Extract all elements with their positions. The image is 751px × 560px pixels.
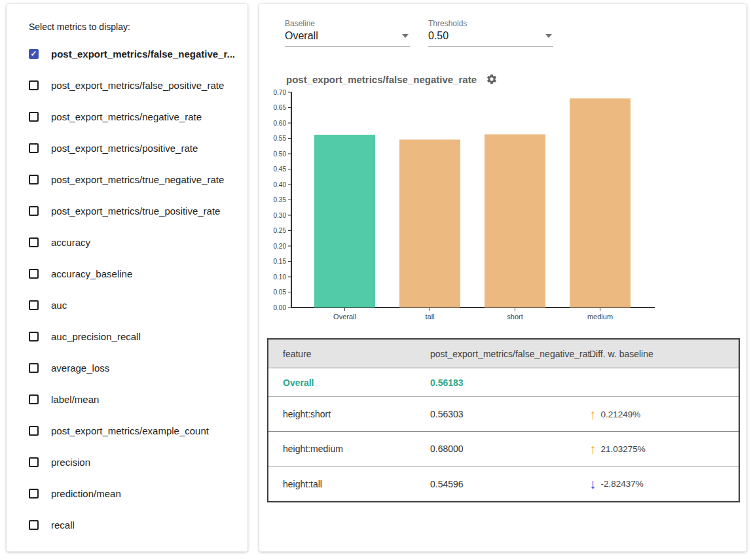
metric-checkbox-item[interactable]: post_export_metrics/true_positive_rate: [7, 195, 247, 226]
metric-label: auc: [51, 300, 67, 311]
metric-label: post_export_metrics/true_negative_rate: [51, 174, 224, 185]
checkbox-unchecked-icon[interactable]: [29, 143, 39, 153]
metric-label: post_export_metrics/negative_rate: [51, 111, 202, 122]
checkbox-unchecked-icon[interactable]: [29, 206, 39, 216]
metric-checkbox-item[interactable]: recall: [7, 509, 247, 540]
y-tick-label: 0.60: [274, 120, 287, 127]
y-tick-label: 0.55: [274, 135, 287, 142]
feature-cell: height:tall: [268, 479, 430, 489]
metric-label: average_loss: [51, 362, 109, 374]
x-tick-label: medium: [587, 313, 613, 321]
arrow-down-icon: ↓: [589, 477, 596, 491]
metric-checkbox-item[interactable]: accuracy: [7, 226, 247, 258]
y-tick-label: 0.50: [274, 150, 287, 158]
baseline-label: Baseline: [285, 19, 410, 28]
thresholds-label: Thresholds: [428, 19, 553, 28]
metric-checkbox-item[interactable]: average_loss: [7, 352, 247, 383]
y-tick-label: 0.10: [274, 273, 287, 281]
diff-cell: ↑21.03275%: [584, 442, 739, 456]
metric-checkbox-item[interactable]: post_export_metrics/true_negative_rate: [7, 164, 247, 195]
arrow-up-icon: ↑: [589, 442, 596, 456]
x-tick-label: Overall: [333, 313, 356, 321]
checkbox-unchecked-icon[interactable]: [29, 300, 39, 310]
checkbox-unchecked-icon[interactable]: [29, 175, 39, 184]
diff-cell: ↓-2.82437%: [584, 477, 739, 491]
metric-label: label/mean: [51, 394, 99, 405]
checkbox-unchecked-icon[interactable]: [29, 269, 39, 279]
metric-label: auc_precision_recall: [51, 331, 141, 342]
bar-tall[interactable]: [399, 139, 460, 307]
baseline-dropdown[interactable]: Baseline Overall: [285, 19, 410, 47]
checkbox-unchecked-icon[interactable]: [29, 237, 39, 247]
metric-checkbox-item[interactable]: ✓post_export_metrics/false_negative_r...: [7, 38, 247, 69]
metric-checkbox-item[interactable]: accuracy_baseline: [7, 258, 247, 289]
checkbox-unchecked-icon[interactable]: [29, 363, 39, 373]
metric-label: post_export_metrics/false_positive_rate: [51, 80, 224, 91]
column-header-feature: feature: [268, 349, 430, 359]
metric-checkbox-item[interactable]: post_export_metrics/example_count: [7, 415, 247, 446]
thresholds-value: 0.50: [428, 30, 449, 42]
bar-chart: 0.000.050.100.150.200.250.300.350.400.45…: [265, 85, 684, 328]
metric-label: accuracy: [51, 237, 90, 248]
y-tick-label: 0.20: [274, 243, 287, 250]
y-tick-label: 0.40: [274, 181, 287, 188]
feature-cell: height:medium: [268, 444, 430, 454]
chevron-down-icon: [545, 34, 552, 38]
metric-checkbox-item[interactable]: post_export_metrics/positive_rate: [7, 132, 247, 164]
feature-cell: Overall: [268, 377, 430, 388]
metric-checkbox-item[interactable]: label/mean: [7, 383, 247, 415]
metric-label: post_export_metrics/positive_rate: [51, 143, 198, 154]
table-row: height:tall0.54596↓-2.82437%: [268, 466, 739, 501]
y-tick-label: 0.05: [274, 289, 287, 296]
feature-cell: height:short: [268, 409, 430, 419]
metric-value-cell: 0.54596: [430, 479, 584, 489]
table-header-row: feature post_export_metrics/false_negati…: [268, 340, 739, 368]
controls-row: Baseline Overall Thresholds 0.50: [259, 4, 746, 47]
metric-list: ✓post_export_metrics/false_negative_r...…: [7, 38, 247, 540]
gear-icon[interactable]: [486, 73, 498, 85]
metric-label: prediction/mean: [51, 488, 121, 499]
bar-Overall[interactable]: [314, 135, 375, 307]
fairness-results-panel: Baseline Overall Thresholds 0.50 post_ex…: [259, 4, 746, 551]
metric-label: post_export_metrics/true_positive_rate: [51, 205, 220, 217]
table-row: height:medium0.68000↑21.03275%: [268, 432, 739, 466]
checkbox-unchecked-icon[interactable]: [29, 112, 39, 122]
metric-checkbox-item[interactable]: auc: [7, 289, 247, 321]
y-tick-label: 0.30: [274, 212, 287, 219]
checkbox-checked-icon[interactable]: ✓: [29, 49, 39, 59]
checkbox-unchecked-icon[interactable]: [29, 489, 39, 499]
thresholds-dropdown[interactable]: Thresholds 0.50: [428, 19, 553, 47]
y-tick-label: 0.35: [274, 196, 287, 203]
table-body: Overall0.56183height:short0.56303↑0.2124…: [268, 368, 739, 501]
checkbox-unchecked-icon[interactable]: [29, 520, 39, 530]
checkbox-unchecked-icon[interactable]: [29, 80, 39, 90]
checkbox-unchecked-icon[interactable]: [29, 332, 39, 341]
bar-short[interactable]: [485, 134, 545, 307]
metric-checkbox-item[interactable]: precision: [7, 446, 247, 478]
column-header-diff: Diff. w. baseline: [584, 349, 739, 359]
metric-checkbox-item[interactable]: post_export_metrics/negative_rate: [7, 101, 247, 132]
column-header-metric: post_export_metrics/false_negative_rat..…: [430, 349, 584, 359]
y-tick-label: 0.70: [274, 89, 287, 96]
baseline-value: Overall: [285, 30, 318, 42]
chevron-down-icon: [402, 34, 409, 38]
metric-label: recall: [51, 519, 75, 531]
chart-title: post_export_metrics/false_negative_rate: [286, 74, 477, 85]
table-row: height:short0.56303↑0.21249%: [268, 397, 739, 432]
metric-checkbox-item[interactable]: prediction/mean: [7, 478, 247, 509]
metric-value-cell: 0.56183: [430, 377, 584, 388]
diff-value: 21.03275%: [601, 444, 646, 454]
metric-selector-title: Select metrics to display:: [7, 4, 247, 38]
metric-label: post_export_metrics/false_negative_r...: [51, 48, 235, 60]
arrow-up-icon: ↑: [589, 408, 596, 421]
checkbox-unchecked-icon[interactable]: [29, 394, 39, 404]
y-tick-label: 0.15: [274, 258, 287, 265]
metric-value-cell: 0.68000: [430, 444, 584, 454]
bar-medium[interactable]: [570, 98, 631, 307]
metric-checkbox-item[interactable]: post_export_metrics/false_positive_rate: [7, 69, 247, 101]
y-tick-label: 0.00: [274, 304, 287, 311]
checkbox-unchecked-icon[interactable]: [29, 457, 39, 467]
metric-value-cell: 0.56303: [430, 409, 584, 419]
checkbox-unchecked-icon[interactable]: [29, 426, 39, 436]
metric-checkbox-item[interactable]: auc_precision_recall: [7, 321, 247, 352]
